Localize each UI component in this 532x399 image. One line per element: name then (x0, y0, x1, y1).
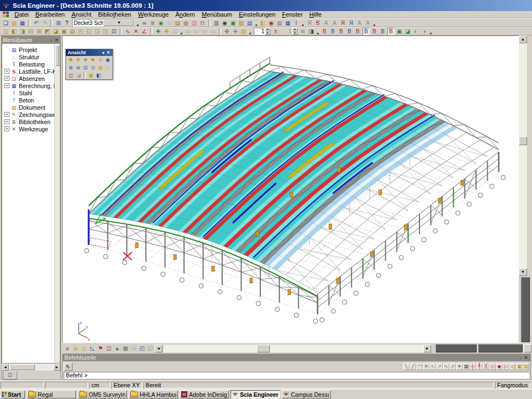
menu-tree-header[interactable]: Menübaum ↓ ✕ (2, 36, 60, 44)
sidebar-item-werkzeuge[interactable]: +✕Werkzeuge (4, 125, 54, 132)
docked-dark-scrollbar-2[interactable] (478, 344, 523, 352)
sidebar-item-belastung[interactable]: ↧Belastung (4, 60, 54, 68)
lasso-icon[interactable]: ◌ (166, 19, 173, 27)
view-right-icon[interactable]: А (331, 19, 338, 27)
load-6-icon[interactable]: B (362, 28, 370, 35)
document-icon[interactable]: ▤ (246, 19, 253, 27)
view-axo-icon[interactable]: А (356, 19, 363, 27)
ansicht-palette-header[interactable]: Ansicht ▼ ✕ (66, 49, 112, 56)
move-icon[interactable]: ✣ (223, 28, 231, 35)
view-top-icon[interactable]: Я (339, 19, 346, 27)
snap-ortho-icon[interactable]: ◇ (489, 363, 496, 370)
sidebar-item-bibliotheken[interactable]: +≣Bibliotheken (4, 118, 54, 125)
images-icon[interactable]: ▣ (229, 19, 237, 27)
mdi-child-icon[interactable] (3, 12, 9, 18)
sidebar-item-beton[interactable]: ΤBeton (4, 96, 54, 104)
axis-red-icon[interactable]: ± (272, 28, 279, 35)
viewport-horizontal-scrollbar[interactable] (163, 345, 423, 352)
menu-item-ansicht[interactable]: Ansicht (68, 11, 95, 18)
load-2-icon[interactable]: B (329, 28, 336, 35)
sidebar-item-stahl[interactable]: ⅠStahl (4, 89, 54, 96)
new-icon[interactable]: ❏ (2, 19, 9, 27)
window-3-icon[interactable]: ▭ (201, 28, 208, 35)
wire-icon[interactable]: ∿ (124, 28, 131, 35)
taskbar-button-hhla-hamburg-20[interactable]: HHLA Hamburg 20... (129, 390, 178, 398)
scroll-up-icon[interactable]: ▲ (519, 35, 527, 43)
zoom-window-icon[interactable]: ⊡ (83, 64, 89, 71)
expand-icon[interactable]: + (4, 69, 9, 74)
expand-icon[interactable]: + (4, 83, 9, 88)
member-label-icon[interactable]: ◺ (89, 345, 96, 352)
cut-7-icon[interactable]: ◪ (52, 28, 59, 35)
grid-snap-icon[interactable]: ▦ (463, 363, 469, 370)
command-line-header[interactable]: Befehlszeile ↓ ✕ (63, 354, 530, 361)
spin-down-icon[interactable]: ▼ (265, 32, 270, 35)
toolbar-collapse-icon[interactable]: ◄ (155, 345, 162, 352)
tree-tab[interactable]: ◫ (3, 371, 17, 380)
zoom-out-icon[interactable]: ⊖ (75, 64, 81, 71)
tree-horizontal-scrollbar[interactable]: ◄ ► (2, 364, 60, 371)
text-cursor-icon[interactable]: I (293, 19, 300, 27)
view-params-icon[interactable]: ▣ (88, 72, 94, 79)
cursor-mode-icon[interactable]: ⇖ (64, 362, 73, 371)
scroll-down-icon[interactable]: ▼ (519, 268, 527, 276)
command-input[interactable]: Befehl > (64, 372, 529, 378)
expand-icon[interactable]: + (4, 112, 9, 117)
expand-icon[interactable]: + (4, 76, 9, 81)
ok-icon[interactable]: ◪ (404, 28, 411, 35)
cut-9-icon[interactable]: ▤ (69, 28, 76, 35)
window-ghost-icon[interactable]: ▭ (130, 345, 137, 352)
cut-11-icon[interactable]: ◱ (85, 28, 93, 35)
taskbar-button-regal[interactable]: Regal (27, 390, 76, 398)
window-4-icon[interactable]: ▭ (209, 28, 217, 35)
taskbar-button-adobe-indesign-c[interactable]: IdAdobe InDesign C... (180, 390, 229, 398)
load-8-icon[interactable]: B (379, 28, 386, 35)
tools-icon[interactable]: ✛ (232, 28, 239, 35)
cmd-pin-icon[interactable]: ↓ (518, 355, 523, 360)
points-icon[interactable]: ∷ (171, 28, 178, 35)
pan-icon[interactable]: ✣ (75, 57, 81, 63)
named-view-icon[interactable]: ◧ (95, 72, 102, 79)
taskbar-button-om5-surveying[interactable]: OM5 Surveying (78, 390, 127, 398)
sidebar-item-absenzen[interactable]: +◲Absenzen (4, 75, 54, 82)
snap-end-icon[interactable]: ╀ (476, 363, 483, 370)
view-bottom-icon[interactable]: Я (347, 19, 355, 27)
zoom-in-icon[interactable]: ⊕ (68, 64, 74, 71)
tree-vertical-scrollbar[interactable] (54, 44, 60, 363)
add-yellow-icon[interactable]: ✚ (163, 28, 170, 35)
filter-icon[interactable]: ≋ (299, 28, 306, 35)
undo-icon[interactable]: ↶ (33, 19, 40, 27)
load-4-icon[interactable]: B (346, 28, 353, 35)
docked-dark-scrollbar-1[interactable] (436, 344, 477, 352)
sidebar-item-projekt[interactable]: ▤Projekt (4, 46, 54, 53)
link-active-icon[interactable]: ⌀ (72, 345, 79, 352)
window-2-icon[interactable]: ▭ (193, 28, 200, 35)
cursor-3-icon[interactable]: ⇗ (449, 363, 456, 370)
new-window-icon[interactable]: ⊞ (55, 19, 62, 27)
walk-icon[interactable]: ❖ (90, 57, 96, 63)
activity-spinner-buttons[interactable]: ▲▼ (265, 28, 270, 35)
chevron-down-icon[interactable]: ▼ (101, 51, 106, 55)
lamp-icon[interactable]: ☼ (105, 64, 111, 71)
cut-10-icon[interactable]: ◰ (77, 28, 84, 35)
menu-item-fenster[interactable]: Fenster (279, 11, 306, 18)
image-icon[interactable]: ▣ (396, 28, 403, 35)
load-label-icon[interactable]: ⚑ (97, 345, 104, 352)
scroll-left-icon[interactable]: ◄ (2, 364, 9, 371)
taskbar-button-scia-engineer[interactable]: Scia Engineer - [... (231, 390, 280, 398)
load-5-icon[interactable]: B (354, 28, 361, 35)
menu-item-einstellungen[interactable]: Einstellungen (236, 11, 279, 18)
zoom-all-icon[interactable]: ⊠ (90, 64, 96, 71)
expand-icon[interactable]: + (4, 126, 9, 131)
sidebar-item-struktur[interactable]: ⌂Struktur (4, 53, 54, 60)
project-combobox[interactable]: Decke3 Schnitte 19.05▼ (72, 19, 134, 27)
menu-item-bibliotheken[interactable]: Bibliotheken (95, 11, 135, 18)
print-icon[interactable]: ▥ (213, 19, 220, 27)
zoom-selection-icon[interactable]: ◉ (268, 19, 275, 27)
cube-icon[interactable]: ◧ (259, 19, 267, 27)
half-2-icon[interactable]: ◑ (421, 28, 428, 35)
render-icon[interactable]: ▲ (114, 345, 121, 352)
cmd-close-icon[interactable]: ✕ (523, 355, 529, 360)
menu-item-hilfe[interactable]: Hilfe (306, 11, 325, 18)
save-icon[interactable]: ▦ (19, 19, 26, 27)
